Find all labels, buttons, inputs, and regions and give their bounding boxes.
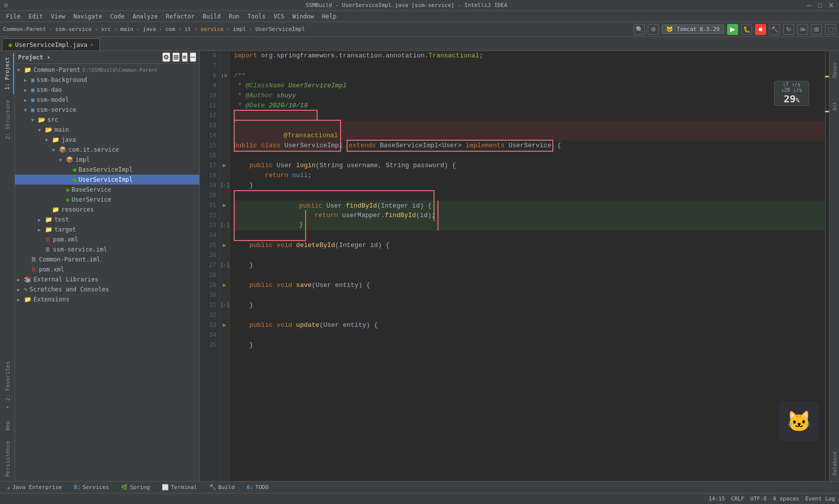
menu-window[interactable]: Window xyxy=(288,12,318,21)
run-configuration[interactable]: 🐱 Tomcat 8.5.29 xyxy=(662,24,724,34)
project-gear-icon[interactable]: ⚙ xyxy=(162,52,170,62)
bottom-tab-terminal[interactable]: ⬜ Terminal xyxy=(158,483,201,492)
status-position[interactable]: 14:15 xyxy=(709,496,725,502)
tree-item-resources[interactable]: ▶ 📁 resources xyxy=(15,205,199,215)
menu-run[interactable]: Run xyxy=(225,12,244,21)
tree-item-userserviceimpl[interactable]: ● UserServiceImpl xyxy=(15,175,199,185)
sidebar-tab-web[interactable]: Web xyxy=(1,417,14,435)
tree-item-main[interactable]: ▼ 📂 main xyxy=(15,125,199,135)
maximize-button[interactable]: □ xyxy=(816,1,824,9)
fold-31[interactable]: [-] xyxy=(221,300,230,310)
method-arrow-29[interactable]: ▶ xyxy=(223,280,226,290)
breadcrumb-it[interactable]: it xyxy=(184,26,191,32)
menu-code[interactable]: Code xyxy=(106,12,129,21)
stop-button[interactable]: ■ xyxy=(755,24,766,35)
method-arrow-33[interactable]: ▶ xyxy=(223,320,226,330)
sidebar-tab-project[interactable]: 1: Project xyxy=(1,53,14,94)
run-button[interactable]: ▶ xyxy=(727,24,738,35)
code-lines[interactable]: import org.springframework.transaction.a… xyxy=(230,51,829,481)
tree-item-common-parent-iml[interactable]: 🗎 Common-Parent.iml xyxy=(15,254,199,264)
search-everywhere-button[interactable]: 🔍 xyxy=(634,24,645,35)
editor-tab-userserviceimpl[interactable]: ● UserServiceImpl.java × xyxy=(2,38,100,50)
terminal-button[interactable]: ⬚ xyxy=(825,24,836,35)
more-actions-button[interactable]: ≫ xyxy=(797,24,808,35)
tree-item-baseserviceimpl[interactable]: ● BaseServiceImpl xyxy=(15,165,199,175)
tree-item-target[interactable]: ▶ 📁 target xyxy=(15,225,199,235)
right-tab-database[interactable]: Database xyxy=(830,446,839,481)
bottom-tab-spring[interactable]: 🌿 Spring xyxy=(117,483,154,492)
folder-icon: 📁 xyxy=(45,216,52,223)
event-log-link[interactable]: Event Log xyxy=(805,496,835,502)
code-container[interactable]: 6 7 8 9 10 11 12 13 14 15 16 17 18 19 20… xyxy=(200,51,829,481)
debug-button[interactable]: 🐛 xyxy=(741,24,752,35)
tab-close-button[interactable]: × xyxy=(90,42,93,47)
menu-build[interactable]: Build xyxy=(199,12,225,21)
bottom-tab-todo[interactable]: 6: TODO xyxy=(243,483,273,492)
tree-item-extensions[interactable]: ▶ 📁 Extensions xyxy=(15,294,199,304)
menu-help[interactable]: Help xyxy=(318,12,341,21)
breadcrumb-service[interactable]: service xyxy=(200,26,223,32)
breadcrumb-common-parent[interactable]: Common-Parent xyxy=(3,26,46,32)
status-encoding[interactable]: UTF-8 xyxy=(750,496,767,502)
method-arrow-17[interactable]: ▶ xyxy=(223,161,226,171)
folder-icon: 📂 xyxy=(45,126,52,133)
menu-view[interactable]: View xyxy=(47,12,69,21)
menu-edit[interactable]: Edit xyxy=(24,12,47,21)
menu-refactor[interactable]: Refactor xyxy=(162,12,199,21)
right-tab-maven[interactable]: Maven xyxy=(830,53,839,88)
tree-item-ssm-service-iml[interactable]: 🗎 ssm-service.iml xyxy=(15,245,199,254)
layout-button[interactable]: ⊞ xyxy=(811,24,822,35)
sidebar-tab-persistence[interactable]: Persistence xyxy=(1,437,14,481)
tree-item-baseservice[interactable]: ◉ BaseService xyxy=(15,185,199,195)
tree-item-ssm-service[interactable]: ▼ ▣ ssm-service xyxy=(15,105,199,115)
settings-button[interactable]: ⚙ xyxy=(648,24,659,35)
tree-item-pom[interactable]: 🗎 pom.xml xyxy=(15,264,199,274)
sync-button[interactable]: ↻ xyxy=(783,24,794,35)
tree-item-userservice[interactable]: ◉ UserService xyxy=(15,195,199,205)
tree-item-package[interactable]: ▼ 📦 com.it.service xyxy=(15,145,199,155)
sidebar-tab-favorites[interactable]: ★ 2: Favorites xyxy=(1,357,14,415)
tree-item-scratches[interactable]: ▶ ✎ Scratches and Consoles xyxy=(15,284,199,294)
project-hide-icon[interactable]: ─ xyxy=(190,52,196,62)
menu-analyze[interactable]: Analyze xyxy=(128,12,162,21)
build-button[interactable]: 🔨 xyxy=(769,24,780,35)
breadcrumb-ssm-service[interactable]: ssm-service xyxy=(55,26,92,32)
breadcrumb-impl[interactable]: impl xyxy=(233,26,246,32)
fold-19[interactable]: [-] xyxy=(221,181,230,191)
tree-item-pom-service[interactable]: 🗎 pom.xml xyxy=(15,235,199,245)
tree-item-src[interactable]: ▼ 📂 src xyxy=(15,115,199,125)
project-settings-icon[interactable]: ≡ xyxy=(182,52,188,62)
breadcrumb-src[interactable]: src xyxy=(101,26,111,32)
tree-item-ssm-model[interactable]: ▶ ▣ ssm-model xyxy=(15,95,199,105)
bottom-tab-java-enterprise[interactable]: ☕ Java Enterprise xyxy=(3,483,66,492)
tree-item-ssm-background[interactable]: ▶ ▣ ssm-background xyxy=(15,75,199,85)
breadcrumb-userserviceimpl[interactable]: UserServiceImpl xyxy=(255,26,305,32)
fold-23[interactable]: [-] xyxy=(221,221,230,231)
breadcrumb-java[interactable]: java xyxy=(143,26,156,32)
sidebar-tab-structure[interactable]: 2: Structure xyxy=(1,96,14,143)
tree-item-ssm-dao[interactable]: ▶ ▣ ssm-dao xyxy=(15,85,199,95)
minimize-button[interactable]: ─ xyxy=(805,1,813,9)
window-controls[interactable]: ─ □ ✕ xyxy=(805,1,835,9)
breadcrumb-com[interactable]: com xyxy=(165,26,175,32)
status-indent[interactable]: 4 spaces xyxy=(773,496,799,502)
project-expand-icon[interactable]: ⊞ xyxy=(172,52,180,62)
tree-item-test[interactable]: ▶ 📁 test xyxy=(15,215,199,225)
menu-vcs[interactable]: VCS xyxy=(270,12,289,21)
status-line-ending[interactable]: CRLF xyxy=(731,496,745,502)
method-arrow-25[interactable]: ▶ xyxy=(223,241,226,251)
right-tab-ant[interactable]: Ant xyxy=(830,89,839,124)
menu-tools[interactable]: Tools xyxy=(244,12,270,21)
menu-file[interactable]: File xyxy=(2,12,24,21)
fold-27[interactable]: [-] xyxy=(221,260,230,270)
breadcrumb-main[interactable]: main xyxy=(120,26,134,32)
menu-navigate[interactable]: Navigate xyxy=(69,12,106,21)
tree-item-impl[interactable]: ▼ 📦 impl xyxy=(15,155,199,165)
bottom-tab-services[interactable]: 8: Services xyxy=(70,483,113,492)
close-button[interactable]: ✕ xyxy=(827,1,835,9)
bottom-tab-build[interactable]: 🔨 Build xyxy=(205,483,239,492)
tree-item-java[interactable]: ▼ 📁 java xyxy=(15,135,199,145)
tree-item-common-parent[interactable]: ▼ 📁 Common-Parent D:\SSMBuild\Common-Par… xyxy=(15,65,199,75)
method-arrow-21[interactable]: ▶ xyxy=(223,201,226,211)
tree-item-ext-libs[interactable]: ▶ 📚 External Libraries xyxy=(15,274,199,284)
